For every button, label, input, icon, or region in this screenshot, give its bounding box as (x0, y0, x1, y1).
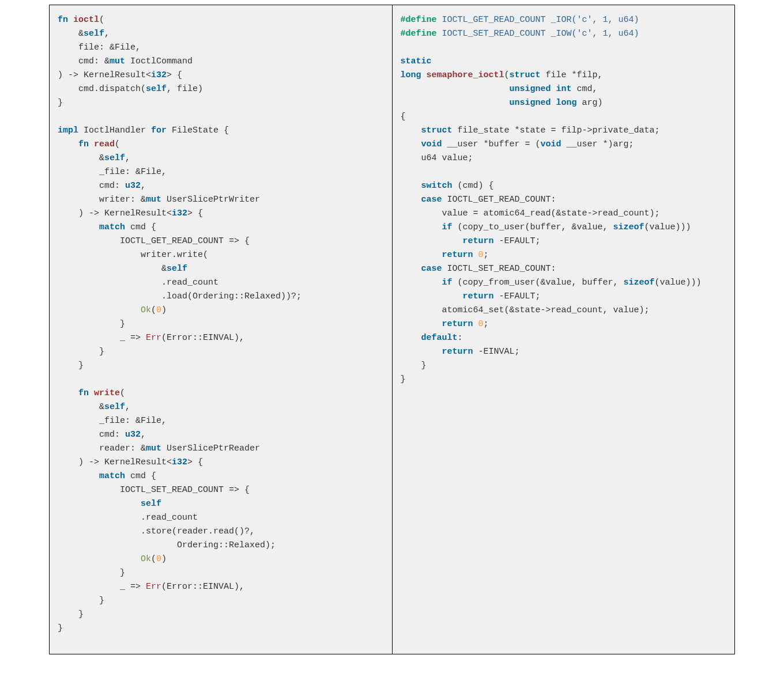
code-token-kw: fn (58, 15, 68, 25)
code-token-n: 0 (478, 250, 484, 260)
code-token-ty: u32 (125, 181, 141, 191)
code-token-kw: int (556, 84, 572, 94)
code-token-ok: Ok (141, 305, 151, 315)
code-token-kw: if (442, 222, 453, 232)
code-token-err: Err (146, 582, 161, 592)
code-token-kw: unsigned (510, 84, 551, 94)
code-token-kw: sizeof (613, 222, 644, 232)
code-token-kw: case (421, 195, 442, 205)
code-token-kw: struct (510, 70, 541, 80)
code-token-m: IOCTL_SET_READ_COUNT _IOW('c', 1, u64) (442, 29, 639, 39)
code-token-kw: self (146, 84, 167, 94)
code-token-fnname: ioctl (73, 15, 99, 25)
code-token-n: 0 (478, 319, 484, 329)
code-token-kw: fn (78, 388, 89, 398)
code-token-kw: fn (78, 139, 89, 149)
code-token-fnname: semaphore_ioctl (427, 70, 504, 80)
code-token-kw: mut (146, 444, 161, 453)
code-token-err: Err (146, 333, 161, 343)
code-token-kw: if (442, 278, 453, 287)
code-token-ty: u32 (125, 430, 141, 440)
code-token-fnname: write (94, 388, 120, 398)
rust-code-panel: fn ioctl( &self, file: &File, cmd: &mut … (50, 5, 392, 654)
code-token-n: 0 (156, 554, 161, 564)
code-comparison-figure: fn ioctl( &self, file: &File, cmd: &mut … (49, 5, 735, 654)
code-token-kw: self (141, 499, 161, 509)
code-token-m: IOCTL_GET_READ_COUNT _IOR('c', 1, u64) (442, 15, 639, 25)
code-token-kw: default (421, 333, 458, 343)
code-token-kw: mut (110, 56, 125, 66)
code-token-kw: mut (146, 195, 161, 205)
code-token-kw: self (104, 153, 125, 163)
code-token-pre: # (401, 29, 406, 39)
c-code-panel: #define IOCTL_GET_READ_COUNT _IOR('c', 1… (393, 5, 735, 654)
code-token-kw: case (421, 264, 442, 274)
code-token-kw: return (463, 292, 494, 301)
code-token-kw: match (99, 222, 125, 232)
code-token-kw: for (151, 126, 167, 135)
code-token-pre: define (406, 15, 437, 25)
code-token-ok: Ok (141, 554, 151, 564)
code-token-kw: self (104, 402, 125, 412)
code-token-kw: impl (58, 126, 78, 135)
code-token-kw: long (556, 98, 577, 108)
code-token-kw: unsigned (510, 98, 551, 108)
code-token-ty: i32 (151, 70, 167, 80)
code-token-kw: return (442, 250, 473, 260)
code-token-n: 0 (156, 305, 161, 315)
code-token-kw: return (463, 236, 494, 246)
code-token-kw: match (99, 471, 125, 481)
code-token-kw: void (421, 139, 442, 149)
code-token-ty: i32 (172, 457, 187, 467)
code-token-ty: i32 (172, 209, 187, 218)
code-token-pre: define (406, 29, 437, 39)
code-token-kw: self (167, 264, 187, 274)
code-token-kw: static (401, 56, 432, 66)
code-token-fnname: read (94, 139, 115, 149)
code-token-pre: # (401, 15, 406, 25)
code-token-kw: return (442, 347, 473, 357)
code-token-kw: void (541, 139, 561, 149)
code-token-kw: switch (421, 181, 453, 191)
code-token-kw: long (401, 70, 421, 80)
code-token-kw: return (442, 319, 473, 329)
code-token-kw: struct (421, 126, 453, 135)
code-token-kw: sizeof (624, 278, 655, 287)
code-token-kw: self (84, 29, 104, 39)
